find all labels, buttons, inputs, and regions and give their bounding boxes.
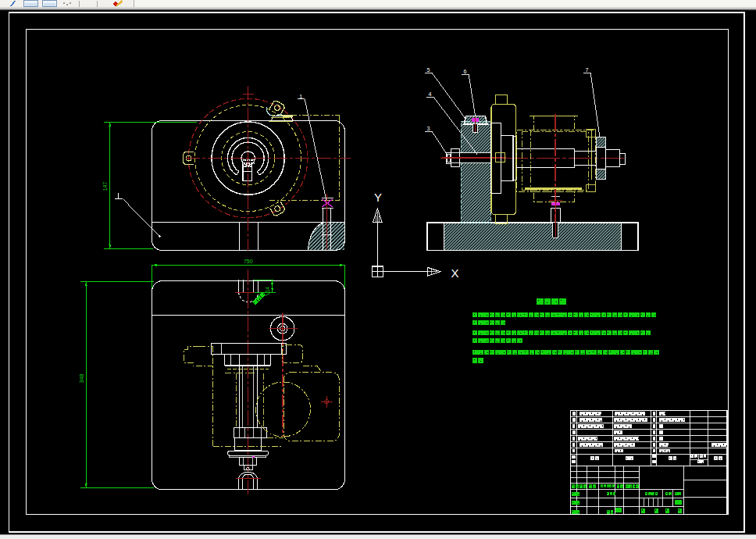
svg-text:750: 750 <box>244 259 253 264</box>
svg-text:X: X <box>451 266 458 280</box>
svg-text:7: 7 <box>586 66 589 73</box>
svg-text:6: 6 <box>464 68 467 75</box>
svg-text:4: 4 <box>429 91 432 98</box>
svg-text:1: 1 <box>299 93 302 100</box>
svg-text:5: 5 <box>427 66 430 73</box>
svg-text:14: 14 <box>265 287 270 293</box>
svg-text:348: 348 <box>79 374 84 384</box>
svg-text:147: 147 <box>102 182 108 191</box>
svg-text:Y: Y <box>374 191 382 204</box>
svg-text:3: 3 <box>427 125 430 132</box>
